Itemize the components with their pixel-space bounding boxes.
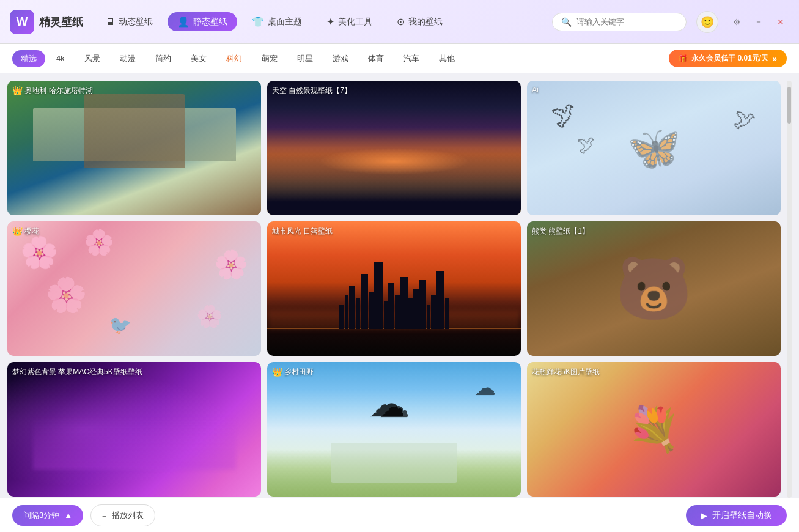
- item-title-hallstatt: 奥地利-哈尔施塔特湖: [24, 86, 93, 96]
- search-icon: 🔍: [561, 17, 572, 27]
- main-content: 👑 奥地利-哈尔施塔特湖 天空 自然景观壁纸【7】 🦋 🕊 🕊 🕊 Ai 🌸 🌸…: [0, 73, 799, 498]
- cat-beauty[interactable]: 美女: [182, 50, 215, 67]
- item-title-sky: 天空 自然景观壁纸【7】: [272, 86, 352, 96]
- item-title-bear: 熊类 熊壁纸【1】: [532, 226, 589, 237]
- interval-arrow-icon: ▲: [64, 511, 72, 520]
- cat-game[interactable]: 游戏: [324, 50, 357, 67]
- static-icon: 👤: [177, 16, 190, 28]
- bottom-bar: 间隔3分钟 ▲ ≡ 播放列表 ▶ 开启壁纸自动换: [0, 498, 799, 532]
- item-title-city: 城市风光 日落壁纸: [272, 226, 333, 237]
- cat-cute[interactable]: 萌宠: [253, 50, 286, 67]
- settings-button[interactable]: ⚙: [728, 13, 745, 31]
- avatar[interactable]: 🙂: [696, 11, 718, 33]
- promo-icon: 🎁: [679, 54, 688, 63]
- playlist-button[interactable]: ≡ 播放列表: [90, 504, 155, 526]
- category-bar: 精选 4k 风景 动漫 简约 美女 科幻 萌宠 明星 游戏 体育 汽车 其他 🎁…: [0, 44, 799, 73]
- item-title-fantasy: Ai: [532, 86, 539, 94]
- cat-simple[interactable]: 简约: [147, 50, 180, 67]
- scrollbar-thumb: [787, 87, 791, 124]
- item-title-flowers: 花瓶鲜花5K图片壁纸: [532, 367, 600, 377]
- gallery-item-sky[interactable]: 天空 自然景观壁纸【7】: [267, 81, 521, 215]
- gallery-item-flowers[interactable]: 💐 花瓶鲜花5K图片壁纸: [527, 362, 781, 497]
- nav-beauty[interactable]: ✦ 美化工具: [317, 12, 382, 31]
- app-title: 精灵壁纸: [39, 15, 83, 29]
- search-box: 🔍: [552, 13, 687, 31]
- cat-car[interactable]: 汽车: [395, 50, 428, 67]
- scrollbar[interactable]: [787, 81, 792, 498]
- gallery-item-bear[interactable]: 🐻 熊类 熊壁纸【1】: [527, 221, 781, 356]
- crown-icon-sakura: 👑: [12, 226, 23, 236]
- nav-dynamic[interactable]: 🖥 动态壁纸: [95, 13, 163, 31]
- gallery-item-fantasy[interactable]: 🦋 🕊 🕊 🕊 Ai: [527, 81, 781, 215]
- cat-featured[interactable]: 精选: [12, 50, 45, 67]
- cat-4k[interactable]: 4k: [48, 51, 73, 66]
- my-icon: ⊙: [397, 16, 405, 28]
- logo-icon: W: [10, 10, 34, 34]
- playlist-text: 播放列表: [112, 510, 144, 521]
- item-title-sakura: 樱花: [24, 226, 39, 237]
- cat-sports[interactable]: 体育: [359, 50, 392, 67]
- gallery-item-hallstatt[interactable]: 👑 奥地利-哈尔施塔特湖: [7, 81, 261, 215]
- dynamic-icon: 🖥: [105, 17, 115, 28]
- minimize-button[interactable]: －: [750, 13, 767, 31]
- cat-landscape[interactable]: 风景: [76, 50, 109, 67]
- beauty-icon: ✦: [326, 16, 334, 28]
- nav-static[interactable]: 👤 静态壁纸: [168, 12, 237, 31]
- item-title-aurora: 梦幻紫色背景 苹果MAC经典5K壁纸壁纸: [12, 367, 142, 377]
- cat-celebrity[interactable]: 明星: [289, 50, 322, 67]
- auto-change-text: 开启壁纸自动换: [712, 510, 772, 521]
- promo-banner[interactable]: 🎁 永久会员低于 0.01元/天 »: [669, 50, 787, 67]
- cat-other[interactable]: 其他: [430, 50, 463, 67]
- close-button[interactable]: ✕: [772, 13, 789, 31]
- title-bar: W 精灵壁纸 🖥 动态壁纸 👤 静态壁纸 👕 桌面主题 ✦ 美化工具 ⊙ 我的壁…: [0, 0, 799, 44]
- playlist-icon: ≡: [102, 511, 107, 520]
- cat-anime[interactable]: 动漫: [111, 50, 144, 67]
- interval-text: 间隔3分钟: [23, 510, 59, 521]
- crown-icon: 👑: [12, 86, 23, 95]
- promo-arrow: »: [772, 54, 777, 64]
- window-controls: ⚙ － ✕: [728, 13, 789, 31]
- gallery-item-countryside[interactable]: ☁ ☁ ☁ 👑 乡村田野: [267, 362, 521, 497]
- desktop-icon: 👕: [252, 16, 264, 28]
- search-input[interactable]: [576, 17, 677, 26]
- logo-area: W 精灵壁纸: [10, 10, 83, 34]
- auto-change-button[interactable]: ▶ 开启壁纸自动换: [686, 505, 787, 526]
- gallery-grid: 👑 奥地利-哈尔施塔特湖 天空 自然景观壁纸【7】 🦋 🕊 🕊 🕊 Ai 🌸 🌸…: [7, 81, 781, 498]
- item-title-countryside: 乡村田野: [284, 367, 314, 377]
- crown-icon-countryside: 👑: [272, 367, 282, 377]
- promo-text: 永久会员低于 0.01元/天: [691, 53, 768, 64]
- nav-desktop[interactable]: 👕 桌面主题: [242, 12, 312, 31]
- gallery-item-city[interactable]: 城市风光 日落壁纸: [267, 221, 521, 356]
- play-icon: ▶: [701, 511, 707, 520]
- cat-scifi[interactable]: 科幻: [218, 50, 251, 67]
- nav-my[interactable]: ⊙ 我的壁纸: [387, 12, 452, 31]
- interval-button[interactable]: 间隔3分钟 ▲: [12, 505, 83, 526]
- gallery-item-sakura[interactable]: 🌸 🌸 🌸 🌸 🌸 🐦 👑 樱花: [7, 221, 261, 356]
- gallery-item-aurora[interactable]: 梦幻紫色背景 苹果MAC经典5K壁纸壁纸: [7, 362, 261, 497]
